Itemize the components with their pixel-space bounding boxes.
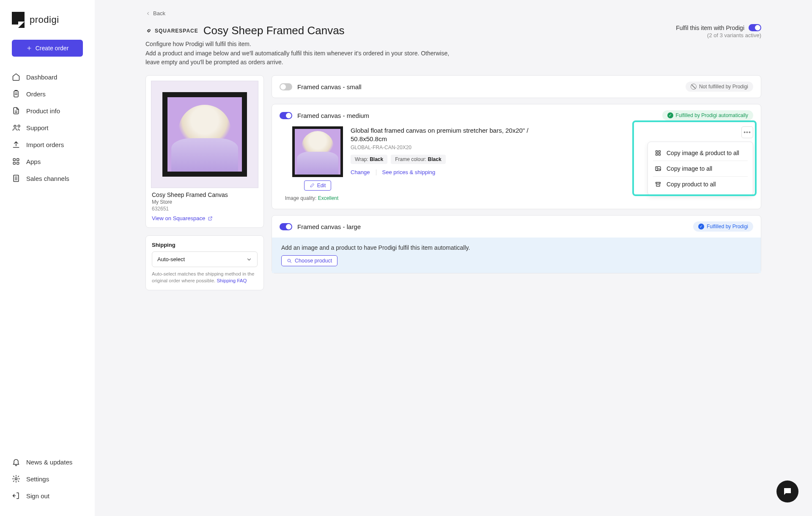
page-description: Add a product and image below and we'll … [145, 49, 450, 67]
fulfil-toggle[interactable] [749, 24, 761, 31]
not-fulfilled-icon [691, 84, 697, 90]
search-icon [287, 258, 292, 264]
edit-image-button[interactable]: Edit [304, 180, 332, 191]
nav-label: Apps [26, 158, 41, 165]
logo-mark-icon [12, 12, 25, 28]
svg-rect-0 [14, 91, 18, 97]
create-order-label: Create order [36, 45, 69, 52]
variant-medium-image [292, 126, 343, 177]
copy-dropdown: Copy image & product to all Copy image t… [647, 142, 753, 196]
clipboard-icon [12, 90, 20, 98]
nav-apps[interactable]: Apps [0, 153, 95, 170]
svg-point-1 [14, 125, 16, 127]
variant-medium-status: ✓ Fulfilled by Prodigi automatically [662, 110, 753, 120]
prices-link[interactable]: See prices & shipping [382, 169, 436, 175]
product-store: My Store [152, 199, 258, 205]
copy-product-all[interactable]: Copy product to all [648, 177, 753, 192]
bell-icon [12, 458, 20, 466]
svg-rect-4 [13, 162, 15, 164]
shipping-faq-link[interactable]: Shipping FAQ [217, 278, 247, 283]
nav-label: Sales channels [26, 175, 69, 182]
svg-rect-5 [17, 162, 19, 164]
product-name: Cosy Sheep Framed Canvas [152, 191, 258, 198]
shipping-card: Shipping Auto-select Auto-select matches… [145, 235, 264, 290]
view-on-platform-link[interactable]: View on Squarespace [152, 215, 258, 221]
chevron-down-icon [246, 257, 252, 262]
svg-rect-3 [17, 158, 19, 161]
create-order-button[interactable]: Create order [12, 40, 83, 57]
shipping-note: Auto-select matches the shipping method … [152, 270, 258, 284]
chat-icon [782, 486, 793, 497]
choose-product-button[interactable]: Choose product [281, 255, 337, 266]
grid-small-icon [655, 150, 661, 156]
variant-large-toggle[interactable] [280, 223, 292, 230]
pencil-icon [310, 183, 315, 188]
gear-icon [12, 475, 20, 483]
page-title: Cosy Sheep Framed Canvas [203, 24, 345, 37]
nav-dashboard[interactable]: Dashboard [0, 68, 95, 85]
product-image [167, 96, 243, 172]
change-link[interactable]: Change [351, 169, 370, 175]
copy-image-product-all[interactable]: Copy image & product to all [653, 145, 748, 161]
variant-small: Framed canvas - small Not fulfilled by P… [272, 75, 761, 98]
check-circle-icon: ✓ [698, 224, 704, 229]
image-quality: Image quality: Excellent [285, 195, 339, 201]
add-hint: Add an image and a product to have Prodi… [281, 244, 752, 251]
grid-icon [12, 157, 20, 166]
nav-support[interactable]: Support [0, 119, 95, 136]
people-icon [12, 123, 20, 132]
svg-point-13 [657, 168, 658, 169]
chevron-left-icon [145, 11, 151, 16]
svg-rect-2 [13, 158, 15, 161]
shipping-select[interactable]: Auto-select [152, 251, 258, 267]
more-button[interactable]: ••• [741, 126, 753, 138]
variant-medium: Framed canvas - medium ✓ Fulfilled by Pr… [272, 104, 761, 209]
nav-label: Product info [26, 107, 60, 115]
back-link[interactable]: Back [145, 10, 761, 16]
variant-small-status: Not fulfilled by Prodigi [686, 82, 753, 92]
external-link-icon [208, 216, 213, 221]
nav-label: Support [26, 124, 49, 131]
platform-label: SQUARESPACE [155, 28, 198, 34]
nav: Dashboard Orders Product info Support Im… [0, 68, 95, 504]
variants-active-count: (2 of 3 variants active) [707, 32, 761, 38]
plus-icon [26, 45, 32, 51]
nav-orders[interactable]: Orders [0, 85, 95, 102]
variant-small-name: Framed canvas - small [297, 83, 362, 90]
chat-fab[interactable] [776, 481, 798, 502]
frame-tag: Frame colour: Black [391, 155, 445, 164]
nav-news[interactable]: News & updates [0, 453, 95, 470]
nav-settings[interactable]: Settings [0, 470, 95, 487]
svg-rect-11 [658, 153, 660, 155]
building-icon [12, 174, 20, 183]
product-image-frame [151, 81, 258, 188]
svg-rect-6 [14, 175, 19, 182]
product-card: Cosy Sheep Framed Canvas My Store 632651… [145, 75, 264, 228]
nav-product-info[interactable]: Product info [0, 102, 95, 119]
variant-large: Framed canvas - large ✓ Fulfilled by Pro… [272, 215, 761, 273]
sidebar: prodigi Create order Dashboard Orders Pr… [0, 0, 95, 516]
nav-label: Sign out [26, 492, 49, 500]
shipping-value: Auto-select [157, 256, 185, 262]
nav-signout[interactable]: Sign out [0, 487, 95, 504]
svg-rect-8 [656, 151, 658, 153]
logo[interactable]: prodigi [0, 12, 95, 40]
copy-image-all[interactable]: Copy image to all [653, 161, 748, 177]
nav-import-orders[interactable]: Import orders [0, 136, 95, 153]
nav-label: News & updates [26, 459, 72, 466]
nav-label: Dashboard [26, 74, 57, 81]
svg-point-7 [15, 478, 17, 480]
signout-icon [12, 491, 20, 500]
back-label: Back [153, 10, 165, 16]
page-subtitle: Configure how Prodigi will fulfil this i… [145, 41, 450, 47]
nav-label: Orders [26, 90, 46, 98]
variant-medium-name: Framed canvas - medium [297, 112, 369, 119]
squarespace-icon [145, 27, 152, 34]
variant-medium-toggle[interactable] [280, 112, 292, 119]
nav-sales-channels[interactable]: Sales channels [0, 170, 95, 187]
nav-label: Import orders [26, 141, 64, 148]
main-content: Back SQUARESPACE Cosy Sheep Framed Canva… [95, 0, 812, 516]
variant-small-toggle[interactable] [280, 83, 292, 90]
divider [376, 169, 376, 175]
archive-icon [655, 181, 661, 188]
